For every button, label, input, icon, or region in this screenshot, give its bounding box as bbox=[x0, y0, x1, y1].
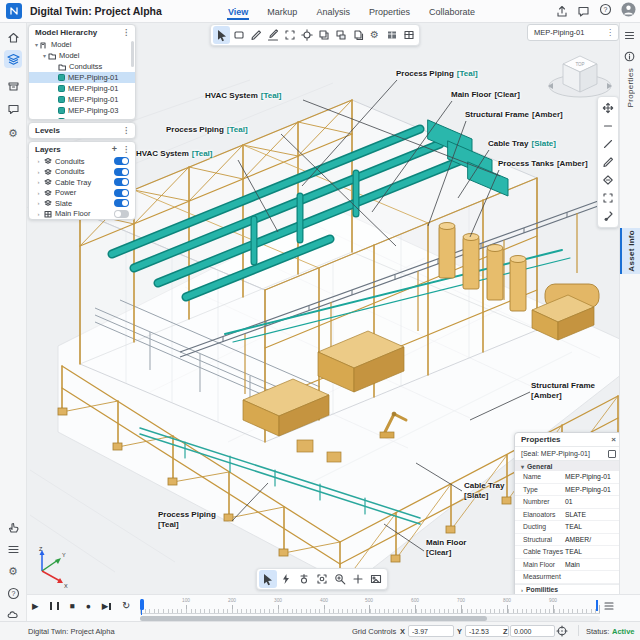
loop-icon[interactable]: ↻ bbox=[122, 601, 130, 611]
comment-icon[interactable] bbox=[577, 5, 590, 18]
layer-toggle-on[interactable] bbox=[114, 189, 129, 197]
x-coordinate-input[interactable] bbox=[408, 625, 454, 637]
layer-toggle-on[interactable] bbox=[114, 157, 129, 165]
vp-focus-icon[interactable] bbox=[313, 570, 331, 588]
prop-row-ducting: DuctingTEAL bbox=[515, 521, 621, 534]
snap-target-icon[interactable] bbox=[556, 625, 568, 637]
layers-icon[interactable] bbox=[4, 50, 22, 68]
properties-vertical-tab[interactable]: Properties bbox=[620, 68, 640, 107]
brush-tool-icon[interactable] bbox=[599, 208, 617, 224]
panel-info-icon[interactable] bbox=[624, 48, 635, 66]
tree-item-model-root[interactable]: ▾Model bbox=[29, 39, 135, 50]
app-logo[interactable] bbox=[6, 3, 22, 19]
status-bar: Digital Twin: Project Alpha Grid Control… bbox=[0, 621, 640, 640]
tree-item-mep-piping-64[interactable]: MEP-Piping-64 bbox=[29, 116, 135, 120]
pen-tool-icon[interactable] bbox=[599, 154, 617, 170]
table-outline-icon[interactable] bbox=[400, 26, 417, 44]
app-window: TOP Z Y X Process Piping[Teal] Main Floo… bbox=[0, 0, 640, 640]
copy-icon[interactable] bbox=[315, 26, 332, 44]
crosshair-move-icon[interactable] bbox=[298, 26, 315, 44]
tab-properties[interactable]: Properties bbox=[368, 3, 411, 20]
timeline-menu-icon[interactable] bbox=[604, 601, 614, 611]
pomilities-section-header[interactable]: ›Pomilities bbox=[515, 584, 621, 595]
rectangle-tool-icon[interactable] bbox=[230, 26, 247, 44]
chat-icon[interactable] bbox=[4, 100, 22, 118]
marker-tool-icon[interactable] bbox=[264, 26, 281, 44]
tree-item-mep-piping-01c[interactable]: MEP-Piping-01 bbox=[29, 94, 135, 105]
hand-select-icon[interactable] bbox=[4, 518, 22, 536]
general-section-header[interactable]: ▾General bbox=[515, 461, 621, 471]
panel-list-icon[interactable] bbox=[624, 30, 635, 41]
tab-view[interactable]: View bbox=[227, 3, 249, 20]
vp-gimbal-icon[interactable] bbox=[295, 570, 313, 588]
tree-item-mep-piping-03[interactable]: MEP-Piping-03 bbox=[29, 105, 135, 116]
selection-dropdown-menu-icon[interactable]: ⋮ bbox=[606, 29, 614, 37]
play-icon[interactable]: ▶ bbox=[32, 602, 39, 611]
settings-gear-icon[interactable]: ⚙ bbox=[4, 124, 22, 142]
prop-row-measurment: Measurment bbox=[515, 571, 621, 584]
list-icon[interactable] bbox=[4, 540, 22, 558]
copy-document-icon[interactable] bbox=[349, 26, 366, 44]
tree-item-mep-piping-01-selected[interactable]: MEP-Piping-01 bbox=[29, 72, 135, 83]
levels-menu-icon[interactable]: ⋮ bbox=[122, 127, 130, 135]
hierarchy-menu-icon[interactable]: ⋮ bbox=[122, 29, 130, 37]
marquee-select-icon[interactable] bbox=[281, 26, 298, 44]
share-icon[interactable] bbox=[555, 5, 568, 18]
marquee2-icon[interactable] bbox=[599, 190, 617, 206]
layer-toggle-off[interactable] bbox=[114, 210, 129, 218]
tree-item-mep-piping-01b[interactable]: MEP-Piping-01 bbox=[29, 83, 135, 94]
timeline-playhead[interactable] bbox=[140, 599, 144, 610]
tree-item-conduitss[interactable]: Conduitss bbox=[29, 61, 135, 72]
help-icon[interactable]: ? bbox=[599, 2, 612, 20]
tab-analysis[interactable]: Analysis bbox=[315, 3, 351, 20]
hierarchy-scrollbar[interactable] bbox=[131, 41, 134, 67]
layers-menu-icon[interactable]: ⋮ bbox=[122, 146, 130, 154]
tab-markup[interactable]: Markup bbox=[266, 3, 298, 20]
line-tool-icon[interactable] bbox=[599, 136, 617, 152]
timeline-ruler[interactable]: 100 200 300 400 500 600 700 800 900 bbox=[140, 598, 600, 614]
select-tool-icon[interactable] bbox=[213, 26, 230, 44]
tick-label: 800 bbox=[503, 598, 511, 603]
info-icon[interactable]: ? bbox=[4, 584, 22, 602]
layer-row-conduits-2[interactable]: ›Conduits bbox=[29, 167, 135, 178]
duplicate-layers-icon[interactable] bbox=[332, 26, 349, 44]
tick-label: 700 bbox=[457, 598, 465, 603]
layer-row-conduits-1[interactable]: ›Conduits bbox=[29, 156, 135, 167]
move-tool-icon[interactable] bbox=[599, 100, 617, 116]
minus-tool-icon[interactable] bbox=[599, 118, 617, 134]
tab-collaborate[interactable]: Collaborate bbox=[428, 3, 476, 20]
tag-tool-icon[interactable] bbox=[599, 172, 617, 188]
annotation-hvac-1: HVAC System[Teal] bbox=[205, 91, 282, 100]
package-icon[interactable] bbox=[4, 76, 22, 94]
add-layer-icon[interactable]: + bbox=[112, 145, 117, 154]
record-icon[interactable]: ● bbox=[86, 602, 91, 611]
pause-icon[interactable] bbox=[50, 602, 59, 610]
gear2-icon[interactable]: ⚙ bbox=[4, 562, 22, 580]
vp-flash-icon[interactable] bbox=[277, 570, 295, 588]
user-avatar[interactable] bbox=[621, 2, 636, 21]
skip-end-icon[interactable]: ▶ bbox=[102, 602, 111, 611]
vp-add-icon[interactable] bbox=[349, 570, 367, 588]
layer-row-power[interactable]: ›Power bbox=[29, 188, 135, 199]
vp-zoom-icon[interactable] bbox=[331, 570, 349, 588]
left-rail: ⚙ ⚙ ? bbox=[0, 22, 27, 622]
layer-row-slate[interactable]: ›Slate bbox=[29, 198, 135, 209]
table-filled-icon[interactable] bbox=[383, 26, 400, 44]
pencil-tool-icon[interactable] bbox=[247, 26, 264, 44]
layer-row-cable-tray[interactable]: ›Cable Tray bbox=[29, 177, 135, 188]
toolbar-gear-icon[interactable]: ⚙ bbox=[366, 26, 383, 44]
vp-select-icon[interactable] bbox=[259, 570, 277, 588]
selection-dropdown[interactable]: MEP-Piping-01 ⋮ bbox=[527, 24, 619, 41]
layer-row-main-floor[interactable]: ›Main Floor bbox=[29, 209, 135, 220]
tree-item-model[interactable]: ▾Model bbox=[29, 50, 135, 61]
layer-toggle-on[interactable] bbox=[114, 199, 129, 207]
isolate-icon[interactable] bbox=[608, 450, 616, 458]
home-icon[interactable] bbox=[4, 28, 22, 46]
close-icon[interactable]: × bbox=[611, 435, 616, 444]
layer-toggle-on[interactable] bbox=[114, 168, 129, 176]
layer-toggle-on[interactable] bbox=[114, 178, 129, 186]
stop-icon[interactable]: ■ bbox=[70, 602, 75, 611]
vp-snapshot-icon[interactable] bbox=[367, 570, 385, 588]
z-coordinate-input[interactable] bbox=[510, 625, 555, 637]
asset-info-vertical-tab[interactable]: Asset Info bbox=[620, 228, 640, 274]
